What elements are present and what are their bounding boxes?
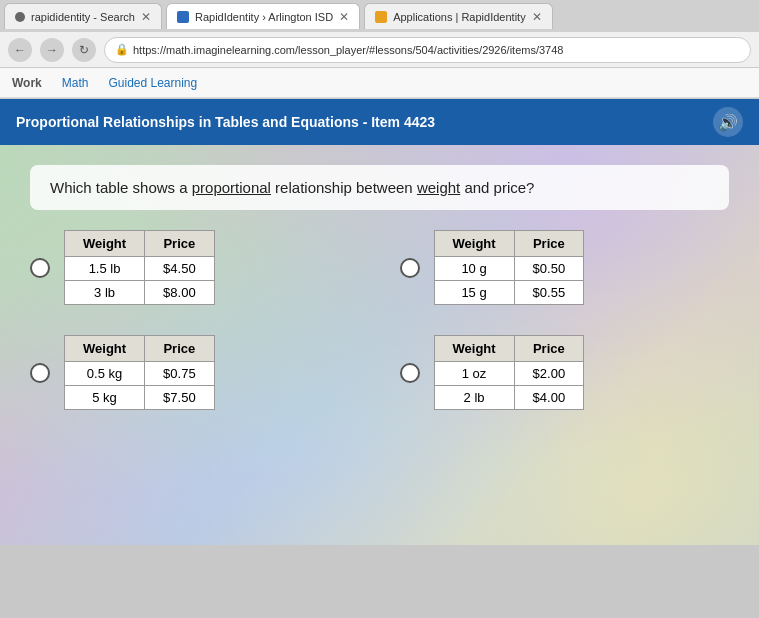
data-table-3: Weight Price 0.5 kg $0.75 5 kg $7.50 (64, 335, 215, 410)
radio-4[interactable] (400, 363, 420, 383)
table1-row1-weight: 1.5 lb (65, 257, 145, 281)
table4-header-weight: Weight (434, 336, 514, 362)
table-row: 15 g $0.55 (434, 281, 584, 305)
table-row: 5 kg $7.50 (65, 386, 215, 410)
table-option-2: Weight Price 10 g $0.50 15 g $0.55 (400, 230, 730, 305)
proportional-underline: proportional (192, 179, 271, 196)
table2-row2-price: $0.55 (514, 281, 584, 305)
tables-grid: Weight Price 1.5 lb $4.50 3 lb $8.00 (30, 230, 729, 410)
table-option-3: Weight Price 0.5 kg $0.75 5 kg $7.50 (30, 335, 360, 410)
tab-close-search[interactable]: ✕ (141, 10, 151, 24)
weight-underline: weight (417, 179, 460, 196)
sound-button[interactable]: 🔊 (713, 107, 743, 137)
work-label: Work (12, 76, 42, 90)
data-table-1: Weight Price 1.5 lb $4.50 3 lb $8.00 (64, 230, 215, 305)
table1-header-price: Price (145, 231, 215, 257)
table1-row2-weight: 3 lb (65, 281, 145, 305)
page-title: Proportional Relationships in Tables and… (16, 114, 435, 130)
math-link[interactable]: Math (62, 76, 89, 90)
table3-header-weight: Weight (65, 336, 145, 362)
table3-row2-price: $7.50 (145, 386, 215, 410)
table3-header-price: Price (145, 336, 215, 362)
table1-row2-price: $8.00 (145, 281, 215, 305)
table-row: 1 oz $2.00 (434, 362, 584, 386)
table4-row1-weight: 1 oz (434, 362, 514, 386)
page-header: Proportional Relationships in Tables and… (0, 99, 759, 145)
table-row: 3 lb $8.00 (65, 281, 215, 305)
tab-rapididentity[interactable]: RapidIdentity › Arlington ISD ✕ (166, 3, 360, 29)
table1-row1-price: $4.50 (145, 257, 215, 281)
guided-learning-link[interactable]: Guided Learning (108, 76, 197, 90)
radio-1[interactable] (30, 258, 50, 278)
secondary-nav: Work Math Guided Learning (0, 68, 759, 98)
tab-rapididentity-label: RapidIdentity › Arlington ISD (195, 11, 333, 23)
tab-blue-icon (177, 11, 189, 23)
tab-applications-label: Applications | RapidIdentity (393, 11, 526, 23)
table4-row2-price: $4.00 (514, 386, 584, 410)
data-table-4: Weight Price 1 oz $2.00 2 lb $4.00 (434, 335, 585, 410)
table4-row1-price: $2.00 (514, 362, 584, 386)
browser-chrome: rapididentity - Search ✕ RapidIdentity ›… (0, 0, 759, 99)
tab-orange-icon (375, 11, 387, 23)
table3-row1-price: $0.75 (145, 362, 215, 386)
question-box: Which table shows a proportional relatio… (30, 165, 729, 210)
table1-header-weight: Weight (65, 231, 145, 257)
tab-search[interactable]: rapididentity - Search ✕ (4, 3, 162, 29)
table3-row1-weight: 0.5 kg (65, 362, 145, 386)
data-table-2: Weight Price 10 g $0.50 15 g $0.55 (434, 230, 585, 305)
refresh-button[interactable]: ↻ (72, 38, 96, 62)
tab-close-apps[interactable]: ✕ (532, 10, 542, 24)
forward-button[interactable]: → (40, 38, 64, 62)
url-bar[interactable]: 🔒 https://math.imaginelearning.com/lesso… (104, 37, 751, 63)
url-text: https://math.imaginelearning.com/lesson_… (133, 44, 563, 56)
table4-row2-weight: 2 lb (434, 386, 514, 410)
table3-row2-weight: 5 kg (65, 386, 145, 410)
table2-row1-price: $0.50 (514, 257, 584, 281)
address-bar: ← → ↻ 🔒 https://math.imaginelearning.com… (0, 32, 759, 68)
table2-row2-weight: 15 g (434, 281, 514, 305)
table-row: 0.5 kg $0.75 (65, 362, 215, 386)
table4-header-price: Price (514, 336, 584, 362)
tab-close-rapid[interactable]: ✕ (339, 10, 349, 24)
lock-icon: 🔒 (115, 43, 129, 56)
table2-header-price: Price (514, 231, 584, 257)
tab-applications[interactable]: Applications | RapidIdentity ✕ (364, 3, 553, 29)
radio-2[interactable] (400, 258, 420, 278)
table-option-4: Weight Price 1 oz $2.00 2 lb $4.00 (400, 335, 730, 410)
tab-search-label: rapididentity - Search (31, 11, 135, 23)
radio-3[interactable] (30, 363, 50, 383)
back-button[interactable]: ← (8, 38, 32, 62)
main-content: Which table shows a proportional relatio… (0, 145, 759, 545)
table-row: 10 g $0.50 (434, 257, 584, 281)
search-icon (15, 12, 25, 22)
table-row: 2 lb $4.00 (434, 386, 584, 410)
tab-bar: rapididentity - Search ✕ RapidIdentity ›… (0, 0, 759, 32)
table2-row1-weight: 10 g (434, 257, 514, 281)
table2-header-weight: Weight (434, 231, 514, 257)
table-row: 1.5 lb $4.50 (65, 257, 215, 281)
table-option-1: Weight Price 1.5 lb $4.50 3 lb $8.00 (30, 230, 360, 305)
